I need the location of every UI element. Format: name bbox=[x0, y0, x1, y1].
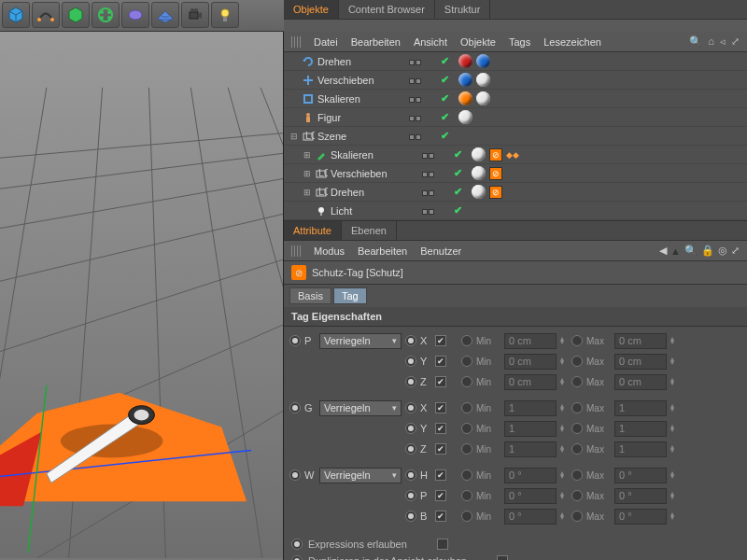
spinner-icon[interactable]: ▴▾ bbox=[670, 404, 678, 412]
spinner-icon[interactable]: ▴▾ bbox=[560, 512, 568, 520]
spinner-icon[interactable]: ▴▾ bbox=[560, 471, 568, 479]
radio-axis[interactable] bbox=[405, 335, 416, 346]
min-field[interactable]: 1 bbox=[504, 400, 557, 416]
spinner-icon[interactable]: ▴▾ bbox=[560, 445, 568, 453]
spinner-icon[interactable]: ▴▾ bbox=[560, 357, 568, 365]
min-field[interactable]: 0 cm bbox=[504, 333, 557, 349]
radio-max[interactable] bbox=[571, 443, 583, 455]
axis-checkbox[interactable]: ✔ bbox=[435, 469, 446, 481]
check-icon[interactable]: ✔ bbox=[454, 167, 462, 179]
checkbox-duplicate[interactable] bbox=[497, 555, 508, 560]
deformer-tool[interactable] bbox=[92, 2, 120, 28]
subtab-basis[interactable]: Basis bbox=[289, 287, 331, 304]
object-row[interactable]: ⊞Skalieren✔⊘◆◆ bbox=[284, 146, 747, 164]
spinner-icon[interactable]: ▴▾ bbox=[560, 492, 568, 499]
cube-tool[interactable] bbox=[2, 2, 30, 28]
spline-tool[interactable] bbox=[32, 2, 60, 28]
radio-max[interactable] bbox=[571, 511, 583, 522]
nav-target-icon[interactable]: ◎ bbox=[718, 245, 727, 257]
nav-lock-icon[interactable]: 🔒 bbox=[701, 245, 714, 257]
max-field[interactable]: 0 cm bbox=[614, 333, 667, 349]
min-field[interactable]: 0 cm bbox=[504, 354, 557, 370]
environment-tool[interactable] bbox=[121, 2, 149, 28]
object-row[interactable]: Skalieren✔ bbox=[284, 90, 747, 108]
axis-checkbox[interactable]: ✔ bbox=[435, 490, 446, 501]
max-field[interactable]: 0 ° bbox=[614, 488, 667, 504]
menu-datei[interactable]: Datei bbox=[314, 36, 338, 48]
spinner-icon[interactable]: ▴▾ bbox=[670, 337, 678, 344]
radio-duplicate[interactable] bbox=[291, 555, 303, 560]
min-field[interactable]: 0 cm bbox=[504, 374, 557, 390]
search-icon[interactable]: 🔍 bbox=[689, 35, 702, 48]
radio-axis[interactable] bbox=[405, 490, 416, 501]
expander-icon[interactable]: ⊞ bbox=[301, 188, 314, 197]
radio-axis[interactable] bbox=[405, 469, 416, 481]
menu-objekte[interactable]: Objekte bbox=[460, 36, 496, 48]
radio-axis[interactable] bbox=[405, 402, 416, 413]
max-field[interactable]: 0 ° bbox=[614, 509, 667, 525]
min-field[interactable]: 0 ° bbox=[504, 468, 557, 483]
menu-benutzer[interactable]: Benutzer bbox=[420, 245, 461, 257]
radio-expressions[interactable] bbox=[291, 539, 303, 550]
axis-checkbox[interactable]: ✔ bbox=[435, 376, 446, 387]
tab-content-browser[interactable]: Content Browser bbox=[339, 0, 435, 19]
menu-bearbeiten[interactable]: Bearbeiten bbox=[351, 36, 401, 48]
radio-max[interactable] bbox=[571, 335, 583, 346]
min-field[interactable]: 0 ° bbox=[504, 488, 557, 504]
spinner-icon[interactable]: ▴▾ bbox=[560, 378, 568, 385]
radio-axis[interactable] bbox=[405, 376, 416, 387]
object-row[interactable]: Figur✔ bbox=[284, 108, 747, 127]
tab-ebenen[interactable]: Ebenen bbox=[342, 221, 397, 240]
axis-checkbox[interactable]: ✔ bbox=[435, 511, 446, 522]
nav-expand-icon[interactable]: ⤢ bbox=[731, 245, 740, 257]
min-field[interactable]: 1 bbox=[504, 421, 557, 437]
spinner-icon[interactable]: ▴▾ bbox=[670, 378, 678, 385]
viewport-3d[interactable] bbox=[0, 32, 284, 560]
menu-ansicht[interactable]: Ansicht bbox=[414, 36, 447, 48]
radio-axis[interactable] bbox=[405, 443, 416, 455]
tab-attribute[interactable]: Attribute bbox=[284, 221, 342, 240]
radio-min[interactable] bbox=[461, 376, 472, 387]
subtab-tag[interactable]: Tag bbox=[333, 287, 367, 304]
radio-min[interactable] bbox=[461, 335, 472, 346]
radio-axis[interactable] bbox=[405, 356, 416, 367]
menu-modus[interactable]: Modus bbox=[314, 245, 345, 257]
object-row[interactable]: ⊟L0Szene✔ bbox=[284, 127, 747, 146]
radio-max[interactable] bbox=[571, 469, 583, 481]
expander-icon[interactable]: ⊞ bbox=[301, 169, 314, 178]
expand-icon[interactable]: ⤢ bbox=[731, 35, 740, 48]
max-field[interactable]: 0 ° bbox=[614, 468, 667, 483]
radio-max[interactable] bbox=[571, 356, 583, 367]
prev-icon[interactable]: ◃ bbox=[720, 35, 726, 48]
nav-up-icon[interactable]: ▲ bbox=[670, 245, 681, 257]
radio-W[interactable] bbox=[289, 469, 301, 481]
axis-checkbox[interactable]: ✔ bbox=[435, 335, 446, 346]
radio-axis[interactable] bbox=[405, 511, 416, 522]
spinner-icon[interactable]: ▴▾ bbox=[670, 512, 678, 520]
radio-max[interactable] bbox=[571, 402, 583, 413]
min-field[interactable]: 0 ° bbox=[504, 509, 557, 525]
radio-max[interactable] bbox=[571, 423, 583, 434]
camera-tool[interactable] bbox=[181, 2, 209, 28]
max-field[interactable]: 1 bbox=[614, 441, 667, 457]
menu-bearbeiten2[interactable]: Bearbeiten bbox=[358, 245, 407, 257]
check-icon[interactable]: ✔ bbox=[454, 186, 462, 198]
check-icon[interactable]: ✔ bbox=[441, 74, 449, 86]
nav-search-icon[interactable]: 🔍 bbox=[684, 245, 698, 257]
radio-min[interactable] bbox=[461, 490, 472, 501]
spinner-icon[interactable]: ▴▾ bbox=[560, 337, 568, 344]
max-field[interactable]: 1 bbox=[614, 400, 667, 416]
menu-tags[interactable]: Tags bbox=[509, 36, 530, 48]
spinner-icon[interactable]: ▴▾ bbox=[670, 492, 678, 499]
axis-checkbox[interactable]: ✔ bbox=[435, 356, 446, 367]
check-icon[interactable]: ✔ bbox=[441, 130, 449, 142]
spinner-icon[interactable]: ▴▾ bbox=[670, 445, 678, 453]
radio-min[interactable] bbox=[461, 469, 472, 481]
radio-min[interactable] bbox=[461, 423, 472, 434]
max-field[interactable]: 1 bbox=[614, 421, 667, 437]
tab-objekte[interactable]: Objekte bbox=[284, 0, 339, 19]
radio-min[interactable] bbox=[461, 356, 472, 367]
tab-struktur[interactable]: Struktur bbox=[435, 0, 491, 19]
min-field[interactable]: 1 bbox=[504, 441, 557, 457]
axis-checkbox[interactable]: ✔ bbox=[435, 402, 446, 413]
